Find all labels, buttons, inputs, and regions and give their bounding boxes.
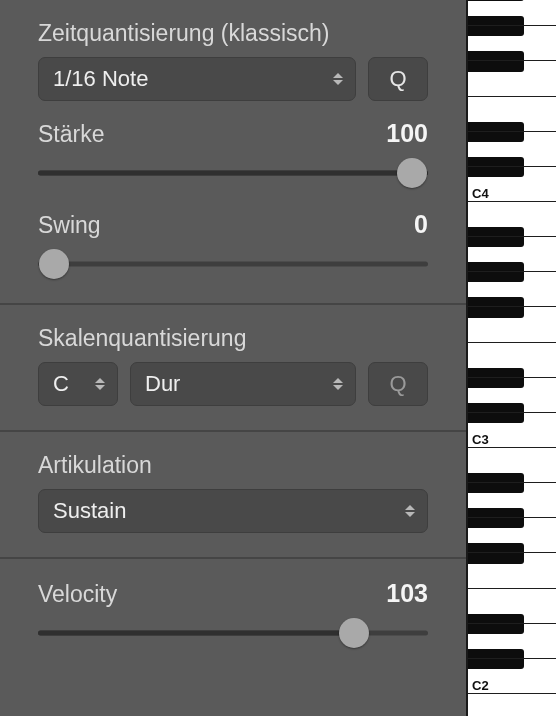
velocity-label: Velocity	[38, 581, 117, 608]
strength-label: Stärke	[38, 121, 104, 148]
articulation-value: Sustain	[53, 498, 126, 524]
time-quantize-select[interactable]: 1/16 Note	[38, 57, 356, 101]
piano-white-key[interactable]	[468, 97, 556, 132]
scale-quantize-label: Skalenquantisierung	[38, 325, 246, 352]
piano-white-key[interactable]	[468, 694, 556, 716]
scale-quantize-apply-button[interactable]: Q	[368, 362, 428, 406]
piano-white-key[interactable]	[468, 202, 556, 237]
time-quantize-apply-button[interactable]: Q	[368, 57, 428, 101]
time-quantize-group: Zeitquantisierung (klassisch) 1/16 Note …	[0, 0, 466, 305]
swing-value: 0	[414, 210, 428, 239]
inspector-panel: Zeitquantisierung (klassisch) 1/16 Note …	[0, 0, 466, 716]
piano-octave-label: C2	[472, 678, 489, 693]
piano-white-key[interactable]	[468, 0, 556, 26]
velocity-slider[interactable]	[38, 618, 428, 648]
swing-slider[interactable]	[38, 249, 428, 279]
piano-white-key[interactable]	[468, 589, 556, 624]
piano-octave-label: C3	[472, 432, 489, 447]
articulation-select[interactable]: Sustain	[38, 489, 428, 533]
piano-ruler[interactable]: C2C3C4	[466, 0, 556, 716]
scale-root-select[interactable]: C	[38, 362, 118, 406]
scale-root-value: C	[53, 371, 69, 397]
updown-caret-icon	[331, 69, 345, 89]
updown-caret-icon	[403, 501, 417, 521]
strength-slider[interactable]	[38, 158, 428, 188]
swing-label: Swing	[38, 212, 101, 239]
articulation-label: Artikulation	[38, 452, 152, 479]
piano-octave-label: C4	[472, 186, 489, 201]
scale-quantize-group: Skalenquantisierung C Dur Q	[0, 305, 466, 432]
strength-value: 100	[386, 119, 428, 148]
updown-caret-icon	[93, 374, 107, 394]
updown-caret-icon	[331, 374, 345, 394]
scale-type-select[interactable]: Dur	[130, 362, 356, 406]
time-quantize-label: Zeitquantisierung (klassisch)	[38, 20, 329, 47]
slider-thumb-icon[interactable]	[397, 158, 427, 188]
time-quantize-value: 1/16 Note	[53, 66, 148, 92]
velocity-value: 103	[386, 579, 428, 608]
slider-thumb-icon[interactable]	[39, 249, 69, 279]
scale-type-value: Dur	[145, 371, 180, 397]
velocity-group: Velocity 103	[0, 559, 466, 678]
piano-white-key[interactable]	[468, 343, 556, 378]
articulation-group: Artikulation Sustain	[0, 432, 466, 559]
piano-white-key[interactable]	[468, 448, 556, 483]
slider-thumb-icon[interactable]	[339, 618, 369, 648]
